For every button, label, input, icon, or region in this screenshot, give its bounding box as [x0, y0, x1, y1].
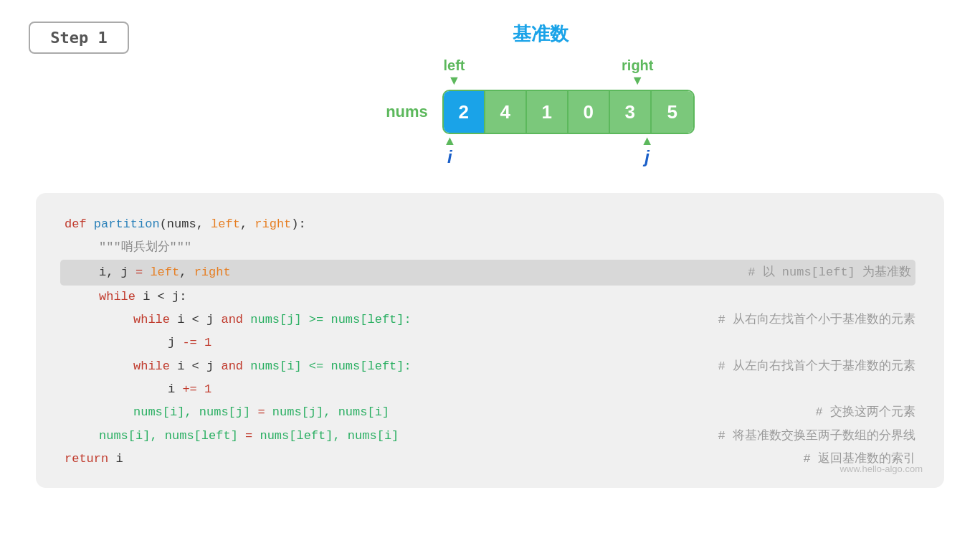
left-pointer-label: left	[444, 57, 465, 74]
code-comment-2: # 以 nums[left] 为基准数	[719, 261, 911, 284]
array-cell-3: 0	[569, 91, 610, 133]
i-arrow-up: ▲	[444, 134, 457, 147]
array-row: nums 241035	[386, 90, 695, 134]
code-line-9: nums[i], nums[left] = nums[left], nums[i…	[65, 425, 915, 448]
code-line-0: def partition(nums, left, right):	[65, 213, 915, 236]
code-line-3: while i < j:	[65, 286, 915, 309]
array-cell-1: 4	[485, 91, 527, 133]
code-line-7: i += 1	[65, 378, 915, 401]
j-pointer-label: j	[644, 147, 650, 167]
code-comment-9: # 将基准数交换至两子数组的分界线	[690, 425, 915, 448]
j-pointer-group: ▲ j	[641, 134, 654, 167]
array-cell-5: 5	[652, 91, 693, 133]
step-label: Step 1	[50, 29, 107, 47]
code-line-2: i, j = left, right# 以 nums[left] 为基准数	[60, 260, 915, 286]
nums-label: nums	[386, 103, 428, 121]
left-pointer-group: left ▼	[444, 57, 465, 87]
code-comment-4: # 从右向左找首个小于基准数的元素	[690, 309, 915, 331]
right-pointer-group: right ▼	[622, 57, 653, 87]
j-arrow-up: ▲	[641, 134, 654, 147]
i-pointer-label: i	[447, 147, 452, 167]
code-line-4: while i < j and nums[j] >= nums[left]:# …	[65, 309, 915, 331]
code-line-6: while i < j and nums[i] <= nums[left]:# …	[65, 355, 915, 378]
array-cell-4: 3	[610, 91, 652, 133]
right-arrow-down: ▼	[631, 74, 644, 87]
left-arrow-down: ▼	[448, 74, 461, 87]
top-pointers: left ▼ right ▼	[411, 52, 670, 87]
code-line-5: j -= 1	[65, 331, 915, 354]
visualization: 基准数 left ▼ right ▼ nums 241035	[129, 22, 951, 171]
array-cell-0: 2	[444, 91, 485, 133]
pivot-label: 基准数	[513, 22, 569, 47]
code-comment-8: # 交换这两个元素	[787, 401, 915, 424]
code-block: def partition(nums, left, right):"""哨兵划分…	[36, 193, 944, 488]
step-badge: Step 1	[29, 22, 129, 54]
i-pointer-group: ▲ i	[444, 134, 457, 167]
watermark: www.hello-algo.com	[839, 461, 923, 479]
array-cell-2: 1	[527, 91, 569, 133]
code-line-8: nums[i], nums[j] = nums[j], nums[i]# 交换这…	[65, 401, 915, 424]
right-pointer-label: right	[622, 57, 653, 74]
code-line-10: return i# 返回基准数的索引	[65, 448, 915, 471]
bottom-pointers: ▲ i ▲ j	[411, 134, 670, 171]
code-line-1: """哨兵划分"""	[65, 236, 915, 259]
code-comment-6: # 从左向右找首个大于基准数的元素	[690, 355, 915, 378]
array-container: 241035	[442, 90, 695, 134]
